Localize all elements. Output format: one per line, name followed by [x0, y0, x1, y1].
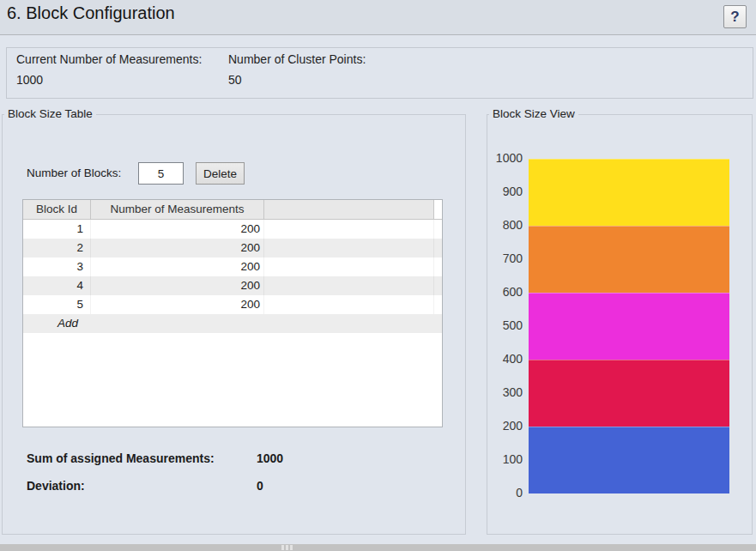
page-title: 6. Block Configuration [7, 3, 175, 23]
y-axis-tick-label: 300 [487, 385, 523, 400]
bar-segment-block-4 [529, 226, 729, 293]
block-size-view-group: Block Size View 010020030040050060070080… [487, 114, 753, 535]
header-bar: 6. Block Configuration [0, 0, 756, 35]
delete-button[interactable]: Delete [196, 162, 245, 185]
info-panel: Current Number of Measurements: 1000 Num… [6, 47, 753, 99]
sum-value: 1000 [257, 451, 283, 465]
measurements-value: 1000 [16, 73, 43, 87]
y-axis-tick-label: 700 [487, 251, 523, 266]
bar-segment-block-3 [529, 293, 729, 360]
bar-segment-block-5 [529, 159, 729, 226]
number-of-blocks-input[interactable] [138, 162, 184, 185]
table-row[interactable]: 2200 [23, 239, 442, 257]
cell-block-id[interactable]: 4 [23, 276, 91, 295]
help-button[interactable]: ? [723, 5, 747, 28]
cell-block-id[interactable]: 3 [23, 257, 91, 276]
cell-measurements[interactable]: 200 [91, 295, 264, 314]
measurements-label: Current Number of Measurements: [16, 52, 202, 66]
cell-empty[interactable] [264, 295, 434, 314]
column-header-block-id: Block Id [23, 200, 91, 219]
splitter-handle[interactable] [281, 545, 293, 550]
y-axis-tick-label: 0 [487, 486, 523, 500]
cell-measurements[interactable]: 200 [91, 239, 264, 257]
y-axis-tick-label: 1000 [487, 151, 523, 166]
table-rows: 12002200320042005200 [23, 220, 442, 314]
deviation-label: Deviation: [27, 479, 85, 493]
cell-block-id[interactable]: 1 [23, 220, 91, 239]
cell-empty[interactable] [264, 276, 434, 295]
y-axis-tick-label: 500 [487, 318, 523, 333]
block-size-table-group: Block Size Table Number of Blocks: Delet… [2, 114, 466, 535]
y-axis-tick-label: 100 [487, 452, 523, 467]
chart-area: 01002003004005006007008009001000 [487, 115, 752, 534]
block-configuration-window: 6. Block Configuration ? Current Number … [0, 0, 756, 551]
cell-empty[interactable] [264, 257, 434, 276]
y-axis-tick-label: 600 [487, 285, 523, 300]
cell-block-id[interactable]: 5 [23, 295, 91, 314]
cell-empty[interactable] [264, 220, 434, 239]
cluster-points-value: 50 [228, 73, 242, 87]
table-row[interactable]: 1200 [23, 220, 442, 239]
sum-label: Sum of assigned Measurements: [27, 451, 215, 465]
table-row[interactable]: 3200 [23, 257, 442, 276]
cell-measurements[interactable]: 200 [91, 276, 264, 295]
y-axis-tick-label: 200 [487, 419, 523, 433]
block-size-table[interactable]: Block Id Number of Measurements 12002200… [22, 199, 443, 427]
column-header-empty [264, 200, 434, 219]
cell-measurements[interactable]: 200 [91, 257, 264, 276]
bar-segment-block-2 [529, 360, 729, 427]
table-header: Block Id Number of Measurements [23, 200, 442, 220]
cluster-points-label: Number of Cluster Points: [228, 52, 366, 66]
cell-empty[interactable] [264, 239, 434, 257]
block-size-table-group-title: Block Size Table [4, 107, 96, 120]
cell-measurements[interactable]: 200 [91, 220, 264, 239]
add-row[interactable]: Add [23, 314, 442, 333]
table-row[interactable]: 5200 [23, 295, 442, 314]
cell-block-id[interactable]: 2 [23, 239, 91, 257]
y-axis-tick-label: 800 [487, 218, 523, 233]
splitter-bar [0, 544, 756, 551]
deviation-value: 0 [257, 479, 263, 493]
y-axis-tick-label: 400 [487, 352, 523, 366]
y-axis-tick-label: 900 [487, 185, 523, 199]
number-of-blocks-label: Number of Blocks: [27, 162, 121, 185]
bar-segment-block-1 [529, 427, 729, 493]
table-row[interactable]: 4200 [23, 276, 442, 295]
column-header-measurements: Number of Measurements [91, 200, 264, 219]
